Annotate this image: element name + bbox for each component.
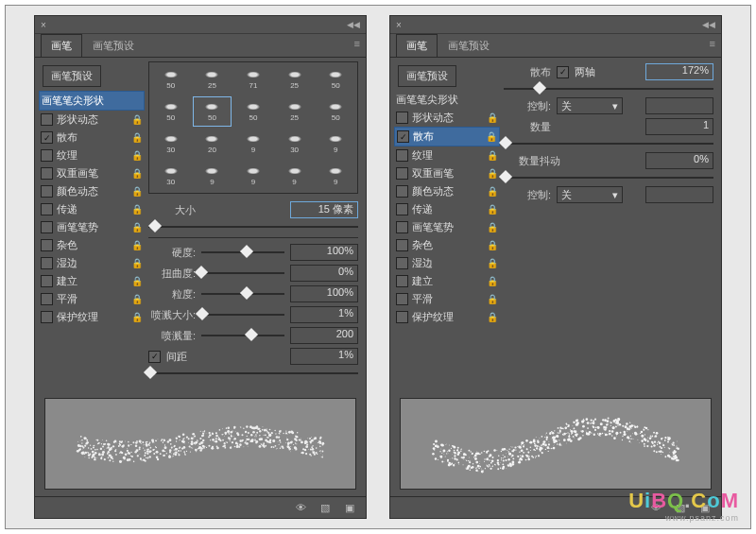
option-checkbox[interactable] [396, 311, 408, 323]
param-input[interactable]: 0% [290, 265, 358, 282]
lock-icon[interactable]: 🔒 [131, 204, 143, 215]
param-slider[interactable] [201, 267, 284, 280]
lock-icon[interactable]: 🔒 [486, 131, 497, 142]
brush-tip[interactable]: 50 [316, 64, 355, 95]
brush-tip[interactable]: 50 [193, 96, 232, 127]
tab-brush[interactable]: 画笔 [396, 34, 438, 57]
count-slider[interactable] [504, 137, 713, 150]
panel-menu-icon[interactable]: ≡ [710, 38, 715, 49]
lock-icon[interactable]: 🔒 [487, 240, 498, 250]
lock-icon[interactable]: 🔒 [131, 258, 143, 268]
scatter-input[interactable]: 172% [645, 63, 713, 80]
control2-value-input[interactable] [645, 186, 713, 203]
lock-icon[interactable]: 🔒 [487, 312, 498, 322]
brush-tip[interactable]: 9 [233, 129, 273, 159]
sidebar-item[interactable]: 颜色动态🔒 [39, 182, 145, 200]
option-checkbox[interactable] [41, 257, 53, 269]
brush-tip[interactable]: 25 [275, 96, 315, 127]
lock-icon[interactable]: 🔒 [131, 168, 143, 179]
option-checkbox[interactable] [396, 239, 408, 251]
brush-presets-button[interactable]: 画笔预设 [398, 65, 456, 87]
tab-brush[interactable]: 画笔 [41, 34, 82, 57]
brush-tip[interactable]: 30 [151, 129, 191, 159]
size-slider[interactable] [148, 220, 358, 233]
option-checkbox[interactable] [396, 275, 408, 287]
option-checkbox[interactable] [41, 131, 53, 144]
sidebar-item[interactable]: 平滑🔒 [39, 290, 145, 308]
param-slider[interactable] [201, 287, 284, 301]
close-icon[interactable]: × [396, 20, 402, 30]
option-checkbox[interactable] [396, 203, 408, 215]
lock-icon[interactable]: 🔒 [131, 294, 143, 304]
sidebar-item[interactable]: 建立🔒 [394, 272, 500, 290]
option-checkbox[interactable] [41, 185, 53, 198]
brush-tip[interactable]: 50 [151, 96, 191, 127]
option-checkbox[interactable] [396, 185, 408, 198]
lock-icon[interactable]: 🔒 [487, 258, 498, 268]
sidebar-item[interactable]: 散布🔒 [394, 127, 500, 146]
sidebar-item[interactable]: 建立🔒 [39, 272, 145, 290]
sidebar-item[interactable]: 传递🔒 [394, 200, 500, 218]
sidebar-item[interactable]: 纹理🔒 [394, 146, 500, 164]
jitter-input[interactable]: 0% [645, 152, 713, 169]
option-checkbox[interactable] [396, 221, 408, 233]
trash-icon[interactable]: ▣ [343, 501, 356, 514]
spacing-checkbox[interactable] [148, 351, 161, 363]
lock-icon[interactable]: 🔒 [131, 240, 143, 250]
panel-menu-icon[interactable]: ≡ [354, 38, 360, 49]
sidebar-item[interactable]: 保护纹理🔒 [39, 308, 145, 326]
brush-tip[interactable]: 25 [193, 64, 232, 95]
option-checkbox[interactable] [41, 167, 53, 180]
sidebar-item[interactable]: 纹理🔒 [39, 146, 145, 164]
option-checkbox[interactable] [396, 112, 408, 124]
param-input[interactable]: 100% [290, 244, 358, 261]
option-checkbox[interactable] [41, 293, 53, 305]
lock-icon[interactable]: 🔒 [487, 222, 498, 233]
spacing-slider[interactable] [148, 367, 358, 380]
option-checkbox[interactable] [41, 275, 53, 287]
brush-tip[interactable]: 20 [193, 129, 232, 159]
lock-icon[interactable]: 🔒 [487, 204, 498, 215]
sidebar-item[interactable]: 平滑🔒 [394, 290, 500, 308]
lock-icon[interactable]: 🔒 [131, 312, 143, 322]
sidebar-item[interactable]: 杂色🔒 [394, 236, 500, 254]
collapse-icon[interactable]: ◀◀ [702, 20, 715, 29]
option-checkbox[interactable] [396, 149, 408, 162]
scatter-slider[interactable] [504, 82, 713, 95]
sidebar-item[interactable]: 双重画笔🔒 [39, 164, 145, 182]
brush-tip[interactable]: 9 [316, 129, 355, 159]
option-checkbox[interactable] [41, 113, 53, 126]
brush-tip[interactable]: 9 [193, 161, 232, 191]
eye-toggle-icon[interactable]: 👁 [294, 501, 307, 514]
option-checkbox[interactable] [396, 293, 408, 305]
sidebar-item-tip-shape[interactable]: 画笔笔尖形状 [39, 91, 145, 111]
lock-icon[interactable]: 🔒 [131, 222, 143, 233]
sidebar-item[interactable]: 传递🔒 [39, 200, 145, 218]
lock-icon[interactable]: 🔒 [131, 186, 143, 197]
option-checkbox[interactable] [41, 239, 53, 251]
both-axes-checkbox[interactable] [557, 66, 569, 78]
param-input[interactable]: 100% [290, 285, 358, 302]
sidebar-item-tip-shape[interactable]: 画笔笔尖形状 [394, 91, 500, 109]
sidebar-item[interactable]: 形状动态🔒 [394, 109, 500, 127]
option-checkbox[interactable] [41, 203, 53, 215]
brush-tip[interactable]: 50 [151, 64, 191, 95]
lock-icon[interactable]: 🔒 [487, 112, 498, 123]
sidebar-item[interactable]: 湿边🔒 [39, 254, 145, 272]
sidebar-item[interactable]: 散布🔒 [39, 129, 145, 146]
lock-icon[interactable]: 🔒 [487, 150, 498, 161]
brush-tip-grid[interactable]: 5025712550505050255030209309309999 [148, 61, 358, 194]
brush-presets-button[interactable]: 画笔预设 [43, 65, 101, 87]
param-slider[interactable] [201, 308, 284, 321]
jitter-slider[interactable] [504, 171, 713, 184]
option-checkbox[interactable] [41, 311, 53, 323]
lock-icon[interactable]: 🔒 [487, 276, 498, 286]
sidebar-item[interactable]: 湿边🔒 [394, 254, 500, 272]
option-checkbox[interactable] [396, 257, 408, 269]
count-input[interactable]: 1 [645, 118, 713, 135]
sidebar-item[interactable]: 杂色🔒 [39, 236, 145, 254]
close-icon[interactable]: × [41, 20, 46, 30]
brush-tip[interactable]: 9 [316, 161, 355, 191]
tab-presets[interactable]: 画笔预设 [438, 34, 500, 58]
control-select[interactable]: 关▾ [557, 97, 623, 114]
